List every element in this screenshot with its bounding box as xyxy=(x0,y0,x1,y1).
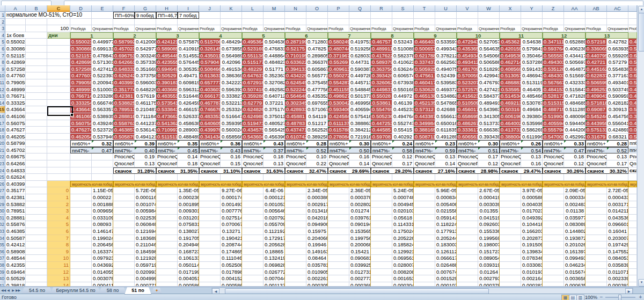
pp60-label-day9[interactable]: пп60%+ xyxy=(414,140,435,147)
cell-r31c11[interactable] xyxy=(199,215,221,222)
prob-U34[interactable]: 0.205244 xyxy=(435,235,457,242)
prob-Y38[interactable]: 0.033083 xyxy=(521,262,543,269)
prob-G39[interactable]: 0.020993 xyxy=(135,269,156,276)
cell-S6[interactable]: 0.510089 xyxy=(392,46,414,53)
cell-r2c29[interactable] xyxy=(586,19,607,26)
prob-AC28[interactable]: 0.000433 xyxy=(607,194,628,201)
cell-r25c13[interactable] xyxy=(242,174,264,181)
cell-r40c25[interactable] xyxy=(500,275,521,282)
cell-r2c17[interactable] xyxy=(328,19,349,26)
prob-E35[interactable]: 0.206456 xyxy=(92,242,113,248)
cell-W16[interactable]: 0.341305 xyxy=(478,113,500,120)
cell-r25c4[interactable] xyxy=(47,174,70,181)
cell-r37c29[interactable] xyxy=(586,255,607,262)
cell-P15[interactable]: 0.593406 xyxy=(328,106,349,113)
cell-S13[interactable]: 0.44972 xyxy=(392,93,414,100)
cell-U18[interactable]: 0.611835 xyxy=(435,127,457,134)
cell-r39c31[interactable] xyxy=(628,269,637,276)
prob-E38[interactable]: 0.043692 xyxy=(92,262,113,269)
qafterp-label-day8[interactable]: QпослеP xyxy=(371,160,392,167)
cell-r25c16[interactable] xyxy=(306,174,328,181)
cell-r22c3[interactable] xyxy=(26,153,47,160)
cell-r30c31[interactable] xyxy=(628,208,637,215)
cell-r1c15[interactable] xyxy=(285,12,306,19)
cell-r25c25[interactable] xyxy=(500,174,521,181)
cell-r37c9[interactable] xyxy=(156,255,178,262)
cell-N6[interactable]: 0.52175 xyxy=(285,46,306,53)
pafterq-label-day13[interactable]: РпослеQ xyxy=(586,153,607,160)
cell-r36c11[interactable] xyxy=(199,248,221,255)
cell-Q5[interactable]: 0.419751 xyxy=(349,39,371,46)
prob-S36[interactable]: 0.129921 xyxy=(392,248,414,255)
pafterq-value-day10[interactable]: 0.17 xyxy=(478,153,500,160)
prob-AC31[interactable]: 0.043536 xyxy=(607,215,628,222)
vertical-scroll-thumb[interactable] xyxy=(638,13,644,52)
cell-S12[interactable]: 0.550169 xyxy=(392,86,414,93)
cell-J19[interactable]: 0.341434 xyxy=(199,134,221,141)
cell-W15[interactable]: 0.543983 xyxy=(478,106,500,113)
cell-K19[interactable]: 0.658566 xyxy=(221,134,242,141)
cell-r2c6[interactable] xyxy=(92,19,113,26)
cell-AA9[interactable]: 0.464872 xyxy=(564,66,586,73)
prob-S40[interactable]: 0.001653 xyxy=(392,275,414,282)
cell-X8[interactable]: 0.462714 xyxy=(500,59,521,66)
cell-J12[interactable]: 0.403607 xyxy=(199,86,221,93)
cell-r36c31[interactable] xyxy=(628,248,637,255)
cell-H18[interactable]: 0.710997 xyxy=(156,127,178,134)
cell-G9[interactable]: 0.351669 xyxy=(135,66,156,73)
cell-AC14[interactable]: 0.428182 xyxy=(607,100,628,107)
count-12[interactable]: 12 xyxy=(47,269,70,276)
prob-K33[interactable]: 0.13271 xyxy=(221,228,242,235)
cell-r38c13[interactable] xyxy=(242,262,264,269)
prob-Y33[interactable]: 0.166203 xyxy=(521,228,543,235)
jump-value-day6[interactable]: 32.47% xyxy=(306,167,328,174)
prob-O32[interactable]: 0.094906 xyxy=(306,221,328,228)
q-col-header-day4[interactable]: Qпоражение xyxy=(221,25,242,32)
qafterp-label-day10[interactable]: QпослеP xyxy=(457,160,478,167)
jump-value-day13[interactable]: 30.32% xyxy=(607,167,628,174)
cell-r30c11[interactable] xyxy=(199,208,221,215)
prob-S37[interactable]: 0.069561 xyxy=(392,255,414,262)
prob-K34[interactable]: 0.190421 xyxy=(221,235,242,242)
cell-partial-11[interactable]: 0.5 xyxy=(628,79,637,86)
count-13[interactable]: 13 xyxy=(47,275,70,282)
cell-r32c15[interactable] xyxy=(285,221,306,228)
pp60-value-day1[interactable]: 0.32 xyxy=(92,140,113,147)
cell-D19[interactable]: 0.462054 xyxy=(70,134,92,141)
cell-G16[interactable]: 0.711184 xyxy=(135,113,156,120)
prob-W36[interactable]: 0.151723 xyxy=(478,248,500,255)
column-header-AA[interactable]: AA xyxy=(564,5,586,12)
prob-M37[interactable]: 0.132419 xyxy=(264,255,285,262)
row-header-18[interactable]: 18 xyxy=(0,127,5,134)
cell-T15[interactable]: 0.57312 xyxy=(414,106,435,113)
row-header-30[interactable]: 30 xyxy=(0,208,5,215)
cell-X15[interactable]: 0.50316 xyxy=(500,106,521,113)
cell-r39c7[interactable] xyxy=(113,269,135,276)
cell-r2c28[interactable] xyxy=(564,19,586,26)
pp47-value-day12[interactable]: 0.47 xyxy=(564,147,586,154)
cell-r36c29[interactable] xyxy=(586,248,607,255)
cell-A25[interactable]: 0.626242 xyxy=(5,174,26,181)
cell-E15[interactable]: 0.563357 xyxy=(92,106,113,113)
cell-r29c7[interactable] xyxy=(113,201,135,208)
cell-r38c25[interactable] xyxy=(500,262,521,269)
cell-r34c13[interactable] xyxy=(242,235,264,242)
pafterq-label-partial[interactable]: РпослеQ xyxy=(628,153,637,160)
info-box-3[interactable]: ПП=46,7% xyxy=(156,12,178,19)
prob-S33[interactable]: 0.175024 xyxy=(392,228,414,235)
cell-AB10[interactable]: 0.622837 xyxy=(586,72,607,79)
cell-r33c11[interactable] xyxy=(199,228,221,235)
cell-r30c19[interactable] xyxy=(371,208,392,215)
cell-W11[interactable]: 0.476793 xyxy=(478,79,500,86)
cell-O13[interactable]: 0.435352 xyxy=(306,93,328,100)
cell-r17c3[interactable] xyxy=(26,120,47,127)
cell-r25c9[interactable] xyxy=(156,174,178,181)
cell-r29c3[interactable] xyxy=(26,201,47,208)
pp47-label-day1[interactable]: пп47%- xyxy=(70,147,92,154)
prob-S30[interactable]: 0.020103 xyxy=(392,208,414,215)
pafterq-label-day6[interactable]: РпослеQ xyxy=(285,153,306,160)
cell-r1c13[interactable] xyxy=(242,12,264,19)
prob-partial-day1[interactable]: 0.000411 xyxy=(92,282,113,287)
cell-r2c18[interactable] xyxy=(349,19,371,26)
p-col-header-day6[interactable]: Рпобеда xyxy=(285,25,306,32)
